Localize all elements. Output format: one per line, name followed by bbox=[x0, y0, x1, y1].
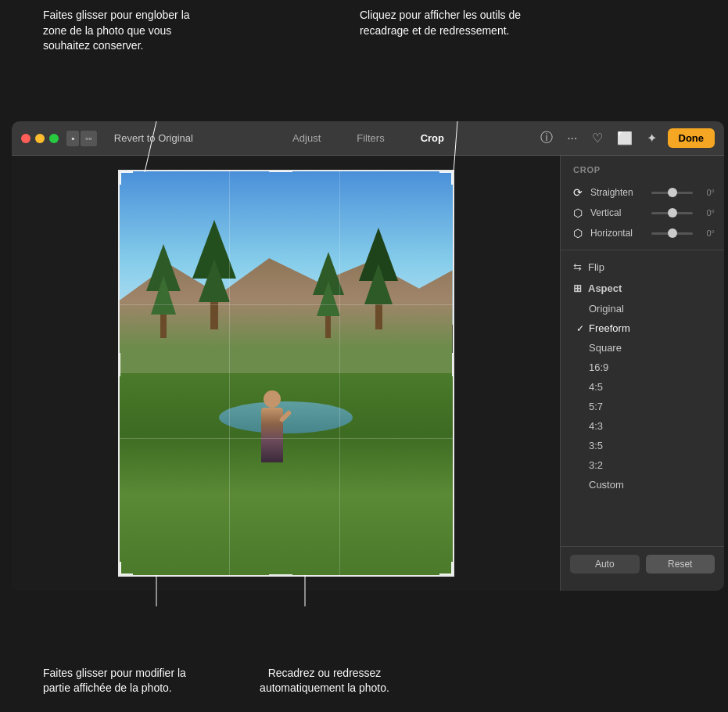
straighten-icon: ⟳ bbox=[570, 186, 586, 199]
vertical-icon: ⬡ bbox=[570, 207, 586, 219]
crop-handle-right-mid[interactable] bbox=[452, 353, 454, 376]
photo-area[interactable] bbox=[12, 156, 560, 591]
aspect-item-custom[interactable]: Custom bbox=[561, 475, 724, 494]
photo-container bbox=[118, 170, 454, 577]
panel-section-title: CROP bbox=[561, 165, 724, 182]
vertical-slider-row: ⬡ Vertical 0° bbox=[561, 203, 724, 223]
straighten-track[interactable] bbox=[651, 192, 693, 194]
share-button[interactable]: ⬜ bbox=[614, 128, 636, 149]
aspect-custom-label: Custom bbox=[589, 479, 624, 491]
aspect-3-2-label: 3:2 bbox=[589, 459, 603, 471]
aspect-4-5-label: 4:5 bbox=[589, 381, 603, 393]
horizontal-value: 0° bbox=[698, 228, 715, 238]
tree-1 bbox=[146, 244, 181, 338]
favorite-button[interactable]: ♡ bbox=[589, 128, 606, 149]
done-button[interactable]: Done bbox=[668, 128, 715, 148]
person-figure bbox=[261, 390, 283, 462]
aspect-icon: ⊞ bbox=[573, 282, 582, 294]
horizontal-thumb[interactable] bbox=[668, 228, 677, 238]
horizontal-label: Horizontal bbox=[590, 228, 647, 239]
vertical-track[interactable] bbox=[651, 212, 693, 214]
tooltip-bottom-right: Recadrez ou redressez automatiquement la… bbox=[235, 666, 414, 696]
crop-handle-left-mid[interactable] bbox=[118, 353, 120, 376]
person-body bbox=[261, 408, 283, 462]
svg-line-1 bbox=[454, 121, 457, 172]
flip-label: Flip bbox=[588, 261, 604, 273]
aspect-square-label: Square bbox=[589, 342, 622, 354]
straighten-value: 0° bbox=[698, 188, 715, 197]
vertical-thumb[interactable] bbox=[668, 208, 677, 218]
person-torso bbox=[261, 408, 283, 462]
flip-icon: ⇆ bbox=[573, 261, 582, 273]
aspect-item-5-7[interactable]: 5:7 bbox=[561, 397, 724, 416]
aspect-3-5-label: 3:5 bbox=[589, 440, 603, 451]
arrow-top-right bbox=[12, 121, 559, 176]
aspect-item-square[interactable]: Square bbox=[561, 338, 724, 358]
app-window: ▪ ▫▫ Revert to Original Adjust Filters C… bbox=[12, 121, 724, 591]
straighten-label: Straighten bbox=[590, 187, 647, 198]
vertical-value: 0° bbox=[698, 208, 715, 218]
crop-handle-bottom-right[interactable] bbox=[439, 562, 454, 576]
arrow-bottom-right bbox=[12, 575, 481, 606]
content-area: CROP ⟳ Straighten 0° ⬡ Vertical 0° bbox=[12, 156, 724, 591]
panel-divider-1 bbox=[561, 250, 724, 250]
aspect-item-freeform[interactable]: ✓ Freeform bbox=[561, 318, 724, 338]
aspect-item-original[interactable]: Original bbox=[561, 299, 724, 318]
aspect-original-label: Original bbox=[589, 303, 624, 315]
horizontal-slider-row: ⬡ Horizontal 0° bbox=[561, 223, 724, 243]
aspect-16-9-label: 16:9 bbox=[589, 361, 608, 373]
tooltip-top-left: Faites glisser pour englober la zone de … bbox=[43, 8, 215, 54]
tooltip-top-right: Cliquez pour afficher les outils de reca… bbox=[360, 8, 524, 38]
aspect-item-3-5[interactable]: 3:5 bbox=[561, 436, 724, 455]
tree-4 bbox=[359, 228, 398, 329]
vertical-label: Vertical bbox=[590, 207, 647, 218]
straighten-slider-row: ⟳ Straighten 0° bbox=[561, 182, 724, 203]
more-button[interactable]: ··· bbox=[564, 128, 580, 149]
aspect-item-16-9[interactable]: 16:9 bbox=[561, 358, 724, 377]
aspect-freeform-label: Freeform bbox=[589, 322, 630, 334]
nature-photo[interactable] bbox=[118, 170, 454, 577]
horizontal-track[interactable] bbox=[651, 232, 693, 235]
tree-3 bbox=[313, 252, 344, 338]
auto-button[interactable]: Auto bbox=[570, 555, 640, 574]
tooltip-bottom-left: Faites glisser pour modifier la partie a… bbox=[43, 666, 199, 696]
right-panel: CROP ⟳ Straighten 0° ⬡ Vertical 0° bbox=[560, 156, 724, 591]
aspect-5-7-label: 5:7 bbox=[589, 401, 603, 412]
tree-2 bbox=[192, 220, 236, 329]
crop-handle-bottom-left[interactable] bbox=[119, 562, 133, 576]
panel-bottom: Auto Reset bbox=[561, 546, 724, 581]
aspect-freeform-check: ✓ bbox=[576, 323, 584, 334]
aspect-item-3-2[interactable]: 3:2 bbox=[561, 455, 724, 475]
aspect-item-4-3[interactable]: 4:3 bbox=[561, 416, 724, 436]
magic-wand-button[interactable]: ✦ bbox=[644, 128, 660, 149]
person-head bbox=[264, 390, 281, 408]
aspect-label: Aspect bbox=[588, 282, 622, 294]
title-bar-right: ⓘ ··· ♡ ⬜ ✦ Done bbox=[537, 127, 715, 149]
straighten-thumb[interactable] bbox=[668, 188, 677, 197]
aspect-header: ⊞ Aspect bbox=[561, 278, 724, 299]
aspect-4-3-label: 4:3 bbox=[589, 420, 603, 432]
flip-button[interactable]: ⇆ Flip bbox=[561, 257, 724, 278]
horizontal-icon: ⬡ bbox=[570, 227, 586, 239]
aspect-item-4-5[interactable]: 4:5 bbox=[561, 377, 724, 397]
reset-button[interactable]: Reset bbox=[646, 555, 715, 574]
